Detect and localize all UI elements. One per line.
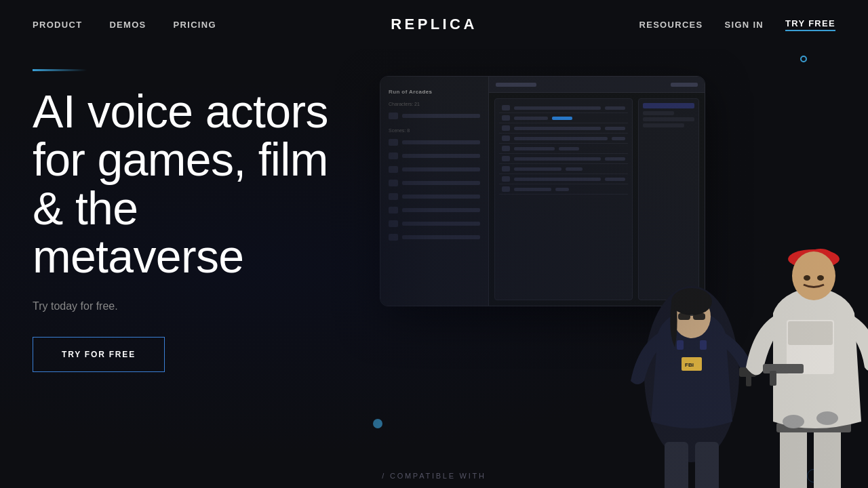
panel-row <box>499 154 628 164</box>
nav-signin[interactable]: SIGN IN <box>725 20 764 30</box>
panel-row <box>499 164 628 174</box>
nav-product[interactable]: PRODUCT <box>33 20 82 30</box>
hero-subtitle: Try today for free. <box>33 300 361 312</box>
nav-right: RESOURCES SIGN IN TRY FREE <box>639 18 835 31</box>
hero-content: AI voice actors for games, film & the me… <box>0 49 393 488</box>
svg-point-27 <box>817 275 824 281</box>
svg-rect-14 <box>677 340 684 350</box>
nav-demos[interactable]: DEMOS <box>109 20 146 30</box>
hero-section: Run of Arcades Characters: 21 Scenes: 8 <box>0 49 868 488</box>
hero-title: AI voice actors for games, film & the me… <box>33 87 361 281</box>
svg-rect-15 <box>700 340 707 350</box>
sidebar-item <box>380 136 488 149</box>
sidebar-item <box>380 163 488 176</box>
nav-resources[interactable]: RESOURCES <box>639 20 703 30</box>
svg-rect-12 <box>693 313 705 320</box>
sidebar-item <box>380 217 488 230</box>
panel-row <box>499 144 628 154</box>
nav-pricing[interactable]: PRICING <box>174 20 216 30</box>
panel-row <box>499 103 628 113</box>
svg-rect-11 <box>678 313 690 320</box>
sidebar-item <box>380 176 488 190</box>
hero-visual: Run of Arcades Characters: 21 Scenes: 8 <box>359 49 868 488</box>
app-sidebar: Run of Arcades Characters: 21 Scenes: 8 <box>380 77 489 306</box>
hero-accent <box>33 69 87 71</box>
panel-row <box>499 174 628 184</box>
app-sidebar-title: Run of Arcades <box>380 85 488 99</box>
app-header <box>489 77 705 93</box>
sidebar-item <box>380 230 488 244</box>
nav-try-free[interactable]: TRY FREE <box>785 18 835 31</box>
sidebar-item <box>380 149 488 163</box>
svg-rect-28 <box>763 364 804 373</box>
nav-left: PRODUCT DEMOS PRICING <box>33 20 216 30</box>
svg-point-25 <box>792 251 835 300</box>
svg-rect-22 <box>788 321 833 345</box>
compatible-label: / COMPATIBLE WITH <box>382 472 486 480</box>
navbar: PRODUCT DEMOS PRICING REPLICA RESOURCES … <box>0 0 868 49</box>
panel-row <box>499 134 628 144</box>
sidebar-item <box>380 203 488 217</box>
svg-point-30 <box>783 415 804 428</box>
svg-point-26 <box>804 275 810 281</box>
sidebar-item <box>380 190 488 203</box>
svg-rect-29 <box>770 371 776 386</box>
character-male <box>726 171 868 488</box>
sidebar-item <box>380 109 488 123</box>
panel-row <box>499 113 628 123</box>
svg-point-31 <box>816 411 838 425</box>
svg-text:FBI: FBI <box>685 362 694 368</box>
panel-row <box>499 184 628 195</box>
site-logo[interactable]: REPLICA <box>391 16 477 33</box>
svg-point-10 <box>671 288 712 315</box>
cta-try-free-button[interactable]: TRY FOR FREE <box>33 337 165 372</box>
compatible-bar: / COMPATIBLE WITH <box>0 464 868 488</box>
panel-row <box>499 123 628 134</box>
deco-dot-1 <box>800 56 807 62</box>
